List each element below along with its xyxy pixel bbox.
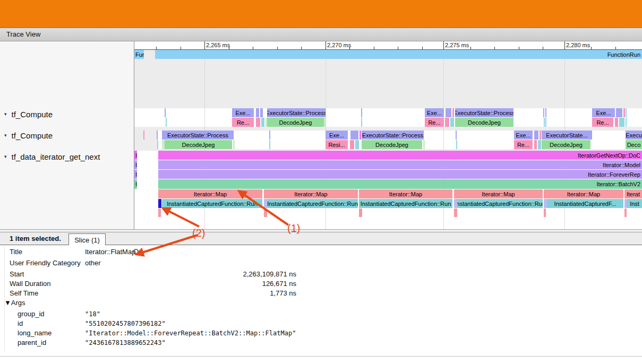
- trace-event[interactable]: [452, 108, 454, 117]
- trace-event[interactable]: DecodeJpeg: [165, 140, 232, 149]
- trace-event[interactable]: [619, 118, 624, 127]
- trace-event[interactable]: InstantiatedCapturedFunction::Run: [359, 199, 452, 208]
- trace-event[interactable]: [544, 118, 545, 127]
- trace-event[interactable]: [143, 131, 144, 140]
- trace-event[interactable]: [456, 131, 457, 140]
- trace-event[interactable]: Iterator::Map: [158, 189, 262, 198]
- trace-event[interactable]: [623, 108, 625, 117]
- trace-event[interactable]: Exe...: [326, 131, 348, 140]
- trace-event[interactable]: [454, 209, 457, 217]
- trace-event[interactable]: [361, 118, 362, 127]
- trace-event[interactable]: Exe...: [592, 108, 615, 117]
- trace-event[interactable]: I: [134, 170, 137, 179]
- trace-event[interactable]: [157, 140, 158, 149]
- sidebar-item-tf-compute-1[interactable]: ▾tf_Compute: [4, 109, 53, 119]
- trace-event[interactable]: Iterator::Map: [544, 189, 623, 198]
- trace-event[interactable]: Fun: [134, 50, 144, 59]
- trace-event[interactable]: [616, 108, 622, 117]
- trace-event[interactable]: [626, 118, 627, 127]
- trace-event[interactable]: Re...: [425, 118, 444, 127]
- trace-event[interactable]: ExecutorState::Process: [267, 108, 326, 117]
- trace-event[interactable]: InstantiatedCapturedF...: [547, 199, 623, 208]
- trace-event[interactable]: Iterator::Map: [454, 189, 543, 198]
- trace-event[interactable]: Re...: [592, 118, 613, 127]
- trace-event[interactable]: [540, 131, 541, 140]
- timeline-canvas[interactable]: 2,265 ms2,270 ms2,275 ms2,280 ms FunFunc…: [134, 41, 642, 229]
- trace-event[interactable]: [626, 108, 627, 117]
- trace-event[interactable]: [256, 108, 259, 117]
- trace-event[interactable]: IteratorGetNextOp::DoC: [158, 151, 642, 160]
- trace-event[interactable]: [545, 108, 546, 117]
- trace-event[interactable]: [256, 118, 260, 127]
- trace-event[interactable]: [359, 209, 362, 217]
- trace-event[interactable]: [615, 118, 618, 127]
- trace-event[interactable]: [534, 131, 538, 140]
- trace-event[interactable]: [446, 108, 451, 117]
- trace-event[interactable]: ExecutorState::Process: [162, 131, 234, 140]
- trace-event[interactable]: [538, 140, 541, 149]
- trace-event[interactable]: InstantiatedCapturedFunction::Run: [267, 199, 358, 208]
- trace-event[interactable]: [359, 131, 361, 140]
- trace-event[interactable]: Iterator::Map: [264, 189, 358, 198]
- trace-event[interactable]: [157, 131, 158, 140]
- trace-event[interactable]: [260, 108, 263, 117]
- selected-trace-event[interactable]: [158, 199, 161, 208]
- trace-event[interactable]: ExecutorState...: [542, 131, 592, 140]
- search-icon[interactable]: [133, 248, 140, 256]
- trace-event[interactable]: I: [134, 160, 137, 169]
- trace-event[interactable]: Iterator::ForeverRep: [158, 170, 642, 179]
- trace-event[interactable]: [423, 140, 425, 149]
- ruler-minor-tick: [398, 47, 398, 49]
- trace-event[interactable]: Exe...: [232, 108, 254, 117]
- trace-event[interactable]: Iterator::Model: [158, 160, 642, 169]
- trace-event[interactable]: Re...: [232, 118, 254, 127]
- trace-event[interactable]: DecodeJpeg: [362, 140, 422, 149]
- trace-event[interactable]: [350, 131, 358, 140]
- trace-event[interactable]: [166, 118, 167, 127]
- trace-event[interactable]: [361, 108, 362, 117]
- trace-event[interactable]: InstantiatedCapturedFunction::Run: [162, 199, 262, 208]
- trace-event[interactable]: [624, 209, 627, 217]
- trace-event[interactable]: InstantiatedCapturedFunction::Run: [457, 199, 543, 208]
- trace-event[interactable]: DecodeJpeg: [455, 118, 513, 127]
- trace-event[interactable]: [543, 108, 544, 117]
- trace-event[interactable]: Deco: [626, 140, 642, 149]
- trace-event[interactable]: [233, 140, 235, 149]
- trace-event[interactable]: [264, 209, 267, 217]
- trace-event[interactable]: [165, 108, 166, 117]
- collapse-triangle-icon: ▾: [4, 154, 7, 159]
- trace-event[interactable]: I: [134, 151, 137, 160]
- trace-event[interactable]: DecodeJpeg: [267, 118, 324, 127]
- trace-event[interactable]: [545, 118, 546, 127]
- detail-arg-value: "5510202457807396182": [85, 320, 166, 327]
- trace-event[interactable]: Iterator::BatchV2: [158, 179, 642, 189]
- trace-event[interactable]: Execu: [626, 131, 642, 140]
- trace-event[interactable]: Inst: [627, 199, 642, 208]
- trace-event[interactable]: [324, 118, 326, 127]
- trace-event[interactable]: [269, 131, 270, 140]
- trace-event[interactable]: ExecutorState::Process: [455, 108, 513, 117]
- trace-event[interactable]: [456, 140, 457, 149]
- trace-event[interactable]: Exe...: [514, 131, 533, 140]
- trace-event[interactable]: [269, 140, 270, 149]
- trace-event[interactable]: FunctionRun: [155, 50, 642, 59]
- trace-event[interactable]: Resi...: [326, 140, 348, 149]
- trace-event[interactable]: [158, 209, 161, 217]
- trace-event[interactable]: [350, 140, 354, 149]
- tab-slice[interactable]: Slice (1): [69, 233, 106, 246]
- trace-event[interactable]: [355, 140, 359, 149]
- trace-event[interactable]: [261, 118, 264, 127]
- sidebar-item-tf-compute-2[interactable]: ▾tf_Compute: [4, 130, 53, 141]
- trace-event[interactable]: I: [134, 179, 137, 189]
- sidebar-item-tf-data-iterator-get-next[interactable]: ▾tf_data_iterator_get_next: [4, 151, 100, 162]
- trace-event[interactable]: [544, 209, 546, 217]
- trace-event[interactable]: ExecutorState::Process: [362, 131, 424, 140]
- trace-event[interactable]: Iterator::Map: [359, 189, 452, 198]
- trace-event[interactable]: DecodeJpeg: [542, 140, 590, 149]
- trace-event[interactable]: [534, 140, 537, 149]
- trace-event[interactable]: Re...: [514, 140, 533, 149]
- trace-event[interactable]: Exe...: [425, 108, 444, 117]
- trace-event[interactable]: [450, 118, 454, 127]
- trace-event[interactable]: Iterat: [624, 189, 642, 198]
- trace-event[interactable]: [445, 118, 449, 127]
